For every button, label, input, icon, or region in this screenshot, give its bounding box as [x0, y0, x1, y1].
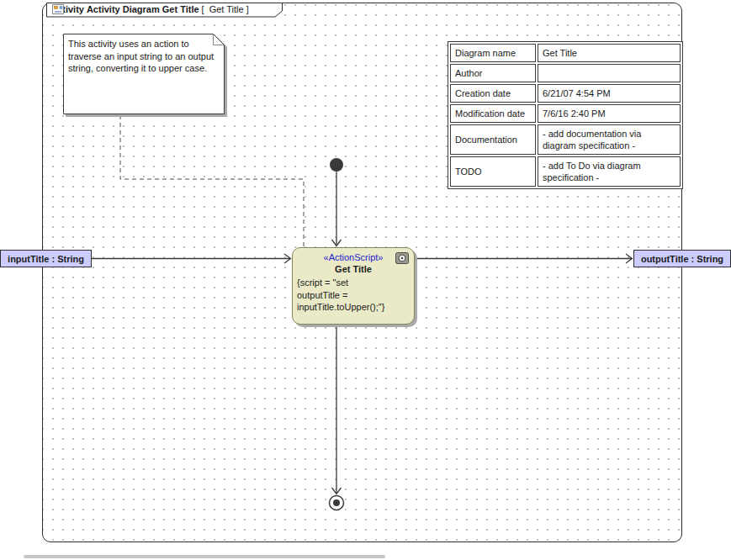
table-row: Diagram name Get Title	[450, 44, 681, 62]
info-value-cell: - add To Do via diagram specification -	[538, 156, 681, 187]
info-label-cell: Author	[450, 64, 536, 82]
script-line: inputTitle.toUpper();"}	[297, 301, 414, 314]
frame-content-name: Get Title	[209, 4, 244, 14]
info-value-cell: - add documentation via diagram specific…	[538, 124, 681, 155]
table-row: Modification date 7/6/16 2:40 PM	[450, 104, 681, 123]
table-row: Creation date 6/21/07 4:54 PM	[450, 84, 681, 103]
frame-bracket-close: ]	[246, 4, 249, 14]
script-line: {script = "set	[297, 277, 414, 289]
info-label-cell: Documentation	[450, 124, 536, 155]
input-parameter-node[interactable]: inputTitle : String	[0, 250, 92, 267]
table-row: TODO - add To Do via diagram specificati…	[450, 156, 681, 187]
frame-name: Activity Diagram Get Title	[87, 4, 199, 14]
diagram-canvas: This activity uses an action to traverse…	[0, 0, 731, 560]
activity-frame-header[interactable]: activity Activity Diagram Get Title [ Ge…	[46, 3, 283, 18]
table-row: Documentation - add documentation via di…	[450, 124, 681, 155]
action-script: {script = "set outputTitle = inputTitle.…	[293, 274, 414, 314]
frame-bracket-open: [	[202, 4, 204, 14]
script-line: outputTitle =	[297, 289, 414, 302]
info-value-cell: Get Title	[538, 44, 681, 62]
note-text: This activity uses an action to traverse…	[63, 34, 225, 75]
comment-note[interactable]: This activity uses an action to traverse…	[63, 34, 229, 118]
table-row: Author	[450, 64, 681, 82]
action-node[interactable]: «ActionScript» Get Title {script = "set …	[292, 247, 415, 325]
info-value-cell: 6/21/07 4:54 PM	[538, 84, 681, 103]
horizontal-scrollbar-thumb[interactable]	[24, 555, 385, 558]
script-icon	[395, 252, 409, 266]
info-value-cell	[538, 64, 681, 82]
output-parameter-node[interactable]: outputTitle : String	[633, 250, 731, 267]
diagram-info-table[interactable]: Diagram name Get Title Author Creation d…	[448, 41, 683, 189]
info-label-cell: Diagram name	[450, 44, 536, 62]
info-value-cell: 7/6/16 2:40 PM	[538, 104, 681, 123]
info-label-cell: Modification date	[450, 104, 536, 123]
input-parameter-label: inputTitle : String	[8, 254, 84, 264]
output-parameter-label: outputTitle : String	[641, 254, 723, 264]
info-label-cell: TODO	[450, 156, 536, 187]
info-label-cell: Creation date	[450, 84, 536, 103]
